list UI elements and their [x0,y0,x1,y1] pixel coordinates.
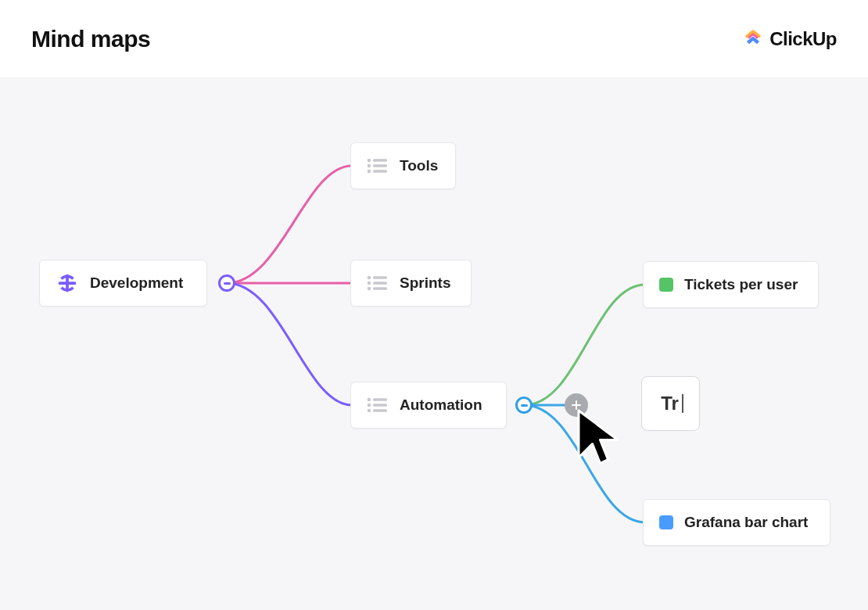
svg-point-18 [368,409,371,413]
node-label: Development [90,274,183,292]
edge-dev-automation [227,283,352,405]
typing-text: Tr [661,393,680,414]
node-grafana-bar-chart[interactable]: Grafana bar chart [643,499,830,546]
svg-rect-15 [373,398,387,401]
node-sprints[interactable]: Sprints [350,260,472,307]
svg-point-14 [368,398,371,402]
svg-rect-5 [373,164,387,167]
node-tickets-per-user[interactable]: Tickets per user [643,261,819,308]
node-automation[interactable]: Automation [350,382,507,429]
svg-rect-17 [373,404,387,407]
node-label: Grafana bar chart [684,514,808,531]
status-square-icon [659,278,673,292]
svg-point-16 [368,404,371,407]
header-bar: Mind maps ClickUp [0,0,868,78]
svg-point-4 [368,164,371,168]
brand-name: ClickUp [769,28,837,50]
mindmap-canvas[interactable]: Development Tools Sprints Automation Tic… [0,78,868,610]
status-square-icon [659,515,673,529]
globe-icon [56,271,79,295]
collapse-handle-development[interactable] [218,274,235,292]
brand: ClickUp [743,27,837,51]
list-icon [367,157,389,174]
svg-rect-13 [373,287,387,290]
svg-rect-9 [373,276,387,279]
node-development[interactable]: Development [39,260,207,307]
list-icon [367,274,389,292]
page-title: Mind maps [31,26,150,52]
svg-rect-11 [373,282,387,285]
node-tools[interactable]: Tools [350,142,456,189]
svg-point-2 [368,159,371,163]
svg-rect-7 [373,170,387,173]
edge-dev-tools [227,166,352,283]
svg-point-6 [368,170,371,174]
list-icon [367,396,389,414]
collapse-handle-automation[interactable] [515,396,533,414]
edge-auto-tickets [524,285,645,405]
svg-point-10 [368,282,371,285]
svg-point-8 [368,276,371,280]
node-label: Tickets per user [684,276,798,293]
cursor-icon [575,403,622,465]
node-label: Sprints [400,274,450,292]
node-label: Automation [400,396,482,414]
clickup-logo-icon [743,27,763,51]
svg-point-12 [368,287,371,291]
svg-rect-3 [373,159,387,162]
node-new-typing[interactable]: Tr [641,376,700,431]
node-label: Tools [400,157,438,174]
svg-rect-19 [373,409,387,412]
